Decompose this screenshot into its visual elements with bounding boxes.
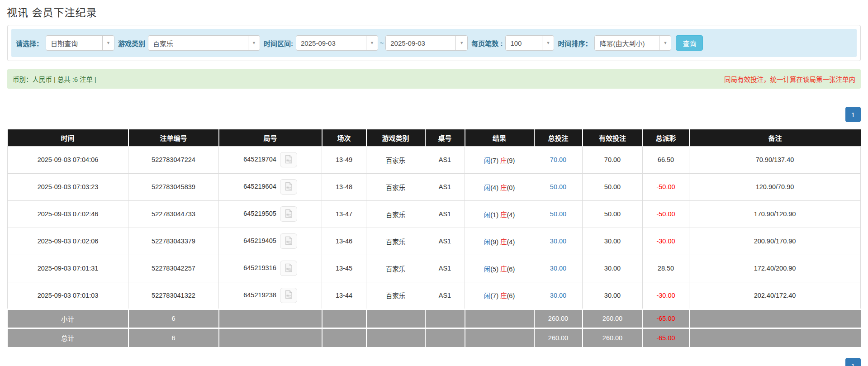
date-from-select[interactable]: 2025-09-03 ▼	[296, 35, 378, 51]
result-banker-label: 庄	[500, 292, 507, 299]
cell-remark: 172.40/200.90	[689, 255, 861, 282]
result-banker-value: (6)	[507, 266, 515, 273]
cell-total-bet: 50.00	[534, 173, 583, 200]
total-bet-link[interactable]: 30.00	[550, 265, 566, 272]
cell-valid-bet: 70.00	[583, 146, 643, 173]
page-1-button[interactable]: 1	[845, 358, 861, 366]
total-bet-link[interactable]: 50.00	[550, 210, 566, 218]
date-to-select[interactable]: 2025-09-03 ▼	[385, 35, 468, 51]
video-replay-button[interactable]	[280, 179, 297, 195]
page-size-label: 每页笔数 :	[471, 38, 503, 48]
table-row: 2025-09-03 07:01:31 522783042257 6452193…	[8, 255, 861, 282]
total-bet-link[interactable]: 30.00	[550, 238, 566, 245]
cell-game-category: 百家乐	[366, 200, 425, 228]
result-banker-label: 庄	[500, 238, 507, 246]
cell-bet-id: 522783042257	[128, 255, 219, 282]
video-replay-button[interactable]	[280, 206, 297, 222]
video-file-icon	[284, 290, 294, 301]
table-row: 2025-09-03 07:03:23 522783045839 6452196…	[8, 173, 861, 200]
result-player-label: 闲	[484, 238, 491, 246]
cell-payout: 28.50	[643, 255, 689, 282]
table-row: 2025-09-03 07:01:03 522783041322 6452192…	[8, 282, 861, 309]
chevron-down-icon: ▼	[659, 36, 671, 50]
cell-game-category: 百家乐	[366, 282, 425, 309]
column-header-8: 有效投注	[583, 129, 643, 146]
column-header-2: 局号	[219, 129, 322, 146]
page-1-button[interactable]: 1	[845, 107, 861, 122]
query-type-select[interactable]: 日期查询 ▼	[46, 35, 114, 51]
result-player-value: (4)	[490, 184, 498, 191]
summary-empty	[219, 309, 322, 328]
result-banker-value: (6)	[507, 292, 515, 299]
time-range-label: 时间区间:	[264, 38, 293, 48]
video-replay-button[interactable]	[280, 152, 297, 167]
result-banker-label: 庄	[500, 157, 507, 164]
cell-valid-bet: 50.00	[583, 173, 643, 200]
round-id: 645219316	[243, 264, 276, 271]
cell-bet-id: 522783043379	[128, 228, 219, 255]
cell-table-no: AS1	[425, 255, 465, 282]
total-bet-link[interactable]: 70.00	[550, 156, 566, 163]
cell-total-bet: 50.00	[534, 200, 583, 228]
video-file-icon	[284, 181, 294, 193]
sort-value: 降幂(由大到小)	[595, 38, 659, 48]
cell-session: 13-47	[322, 200, 366, 228]
game-category-label: 游戏类别	[118, 38, 145, 48]
cell-round-id: 645219604	[219, 173, 322, 200]
cell-remark: 200.90/170.90	[689, 228, 861, 255]
cell-game-category: 百家乐	[366, 173, 425, 200]
cell-result: 闲(7) 庄(9)	[465, 146, 534, 173]
chevron-down-icon: ▼	[455, 36, 467, 50]
result-player-value: (7)	[490, 157, 498, 164]
summary-table-row: 小计 6 260.00 260.00 -65.00	[8, 309, 861, 328]
filter-panel: 请选择： 日期查询 ▼ 游戏类别 百家乐 ▼ 时间区间: 2025-09-03 …	[7, 25, 861, 61]
cell-payout: -50.00	[643, 173, 689, 200]
video-file-icon	[284, 263, 294, 274]
cell-session: 13-45	[322, 255, 366, 282]
cell-result: 闲(1) 庄(4)	[465, 200, 534, 228]
result-banker-label: 庄	[500, 184, 507, 191]
search-button[interactable]: 查询	[676, 35, 703, 51]
video-replay-button[interactable]	[280, 288, 297, 303]
cell-total-bet: 30.00	[534, 255, 583, 282]
video-replay-button[interactable]	[280, 261, 297, 276]
column-header-10: 备注	[689, 129, 861, 146]
page-size-value: 100	[506, 39, 542, 47]
game-category-select[interactable]: 百家乐 ▼	[148, 35, 260, 51]
summary-empty	[219, 328, 322, 347]
summary-count: 6	[128, 309, 219, 328]
date-from-value: 2025-09-03	[296, 39, 366, 47]
summary-table-row: 总计 6 260.00 260.00 -65.00	[8, 328, 861, 347]
total-bet-link[interactable]: 50.00	[550, 183, 566, 190]
cell-valid-bet: 30.00	[583, 228, 643, 255]
summary-empty	[425, 309, 465, 328]
cell-game-category: 百家乐	[366, 255, 425, 282]
cell-session: 13-44	[322, 282, 366, 309]
result-banker-label: 庄	[500, 266, 507, 273]
cell-table-no: AS1	[425, 282, 465, 309]
cell-time: 2025-09-03 07:04:06	[8, 146, 128, 173]
cell-remark: 202.40/172.40	[689, 282, 861, 309]
cell-game-category: 百家乐	[366, 228, 425, 255]
summary-payout: -65.00	[643, 309, 689, 328]
date-to-value: 2025-09-03	[386, 39, 455, 47]
cell-time: 2025-09-03 07:02:46	[8, 200, 128, 228]
summary-empty	[425, 328, 465, 347]
summary-empty	[465, 328, 534, 347]
summary-count: 6	[128, 328, 219, 347]
cell-total-bet: 30.00	[534, 282, 583, 309]
chevron-down-icon: ▼	[542, 36, 554, 50]
summary-empty	[689, 309, 861, 328]
page-size-select[interactable]: 100 ▼	[505, 35, 554, 51]
summary-label: 小计	[8, 309, 128, 328]
result-banker-value: (0)	[507, 184, 515, 191]
sort-select[interactable]: 降幂(由大到小) ▼	[594, 35, 671, 51]
cell-payout: -50.00	[643, 200, 689, 228]
result-banker-value: (4)	[507, 238, 515, 246]
cell-game-category: 百家乐	[366, 146, 425, 173]
total-bet-link[interactable]: 30.00	[550, 292, 566, 299]
video-replay-button[interactable]	[280, 233, 297, 249]
column-header-7: 总投注	[534, 129, 583, 146]
cell-remark: 170.90/120.90	[689, 200, 861, 228]
round-id: 645219238	[243, 291, 276, 298]
